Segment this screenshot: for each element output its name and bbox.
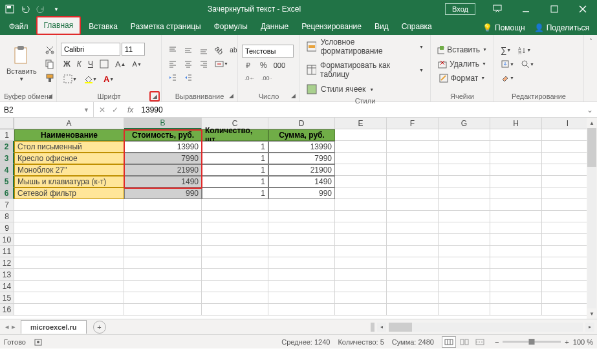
cell-B15[interactable] xyxy=(124,292,202,304)
share-button[interactable]: 👤Поделиться xyxy=(530,21,593,35)
cell-G10[interactable] xyxy=(439,234,490,246)
row-header-7[interactable]: 7 xyxy=(0,199,14,211)
merge-button[interactable]: ▼ xyxy=(212,58,231,70)
cell-D11[interactable] xyxy=(268,246,335,257)
italic-button[interactable]: К xyxy=(74,58,84,70)
cell-F1[interactable] xyxy=(387,129,439,141)
col-header-E[interactable]: E xyxy=(335,118,387,129)
font-name-input[interactable] xyxy=(61,43,120,56)
tab-insert[interactable]: Вставка xyxy=(82,19,124,35)
align-bottom-button[interactable] xyxy=(197,45,211,56)
cell-F12[interactable] xyxy=(387,257,439,269)
cell-B14[interactable] xyxy=(124,281,202,292)
v-scrollbar-thumb[interactable] xyxy=(587,128,596,167)
cancel-formula-icon[interactable]: ✕ xyxy=(99,105,105,114)
cell-D8[interactable] xyxy=(268,211,335,222)
cell-C1[interactable]: Количество, шт. xyxy=(202,129,268,141)
number-format-select[interactable] xyxy=(242,45,294,58)
enter-formula-icon[interactable]: ✓ xyxy=(112,105,118,114)
cell-F2[interactable] xyxy=(387,141,439,153)
cell-C10[interactable] xyxy=(202,234,268,246)
row-header-5[interactable]: 5 xyxy=(0,176,14,187)
cell-H10[interactable] xyxy=(490,234,542,246)
cell-I6[interactable] xyxy=(542,187,594,199)
cell-C4[interactable]: 1 xyxy=(202,164,268,176)
cell-H1[interactable] xyxy=(490,129,542,141)
scroll-up-button[interactable]: ▲ xyxy=(587,118,597,128)
tell-me-button[interactable]: 💡Помощн xyxy=(479,21,529,35)
cell-F4[interactable] xyxy=(387,164,439,176)
cell-H8[interactable] xyxy=(490,211,542,222)
cell-E14[interactable] xyxy=(335,281,387,292)
col-header-B[interactable]: B xyxy=(124,118,202,129)
minimize-icon[interactable] xyxy=(512,0,540,18)
cell-D12[interactable] xyxy=(268,257,335,269)
tab-view[interactable]: Вид xyxy=(368,19,395,35)
font-size-input[interactable] xyxy=(122,43,145,56)
copy-button[interactable] xyxy=(42,58,58,70)
cell-A4[interactable]: Моноблок 27" xyxy=(14,164,124,176)
find-button[interactable]: ▼ xyxy=(518,58,537,70)
cell-D15[interactable] xyxy=(268,292,335,304)
col-header-H[interactable]: H xyxy=(490,118,542,129)
cell-G12[interactable] xyxy=(439,257,490,269)
align-right-button[interactable] xyxy=(197,58,211,70)
cell-G13[interactable] xyxy=(439,269,490,281)
view-page-break-button[interactable] xyxy=(473,336,487,348)
cell-I2[interactable] xyxy=(542,141,594,153)
tab-review[interactable]: Рецензирование xyxy=(295,19,368,35)
collapse-ribbon-icon[interactable]: ˄ xyxy=(589,37,592,45)
cell-H4[interactable] xyxy=(490,164,542,176)
cell-C14[interactable] xyxy=(202,281,268,292)
cell-I3[interactable] xyxy=(542,153,594,164)
cell-A7[interactable] xyxy=(14,199,124,211)
row-header-4[interactable]: 4 xyxy=(0,164,14,176)
cell-E15[interactable] xyxy=(335,292,387,304)
insert-cells-button[interactable]: Вставить▼ xyxy=(435,44,490,56)
cell-D7[interactable] xyxy=(268,199,335,211)
row-header-6[interactable]: 6 xyxy=(0,187,14,199)
col-header-F[interactable]: F xyxy=(387,118,439,129)
v-scrollbar-track[interactable] xyxy=(587,128,596,308)
cell-A14[interactable] xyxy=(14,281,124,292)
close-icon[interactable] xyxy=(569,0,597,18)
cell-F7[interactable] xyxy=(387,199,439,211)
insert-function-button[interactable]: fx xyxy=(124,105,137,114)
tab-data[interactable]: Данные xyxy=(254,19,295,35)
cell-A10[interactable] xyxy=(14,234,124,246)
cell-I15[interactable] xyxy=(542,292,594,304)
cell-H11[interactable] xyxy=(490,246,542,257)
cell-C2[interactable]: 1 xyxy=(202,141,268,153)
row-header-8[interactable]: 8 xyxy=(0,211,14,222)
accounting-button[interactable]: ₽ xyxy=(242,59,256,71)
cell-G4[interactable] xyxy=(439,164,490,176)
cell-E13[interactable] xyxy=(335,269,387,281)
sort-button[interactable]: AЯ▼ xyxy=(515,45,534,56)
name-box-input[interactable] xyxy=(4,105,83,114)
cell-I13[interactable] xyxy=(542,269,594,281)
cell-E5[interactable] xyxy=(335,176,387,187)
cell-F8[interactable] xyxy=(387,211,439,222)
cell-E7[interactable] xyxy=(335,199,387,211)
cell-B16[interactable] xyxy=(124,304,202,316)
cell-C9[interactable] xyxy=(202,222,268,234)
cell-G7[interactable] xyxy=(439,199,490,211)
cell-C12[interactable] xyxy=(202,257,268,269)
grow-font-button[interactable]: A▲ xyxy=(113,58,129,70)
cell-B4[interactable]: 21990 xyxy=(124,164,202,176)
percent-button[interactable]: % xyxy=(257,59,270,71)
bold-button[interactable]: Ж xyxy=(61,58,73,70)
cell-I8[interactable] xyxy=(542,211,594,222)
row-header-10[interactable]: 10 xyxy=(0,234,14,246)
cell-B1[interactable]: Стоимость, руб. xyxy=(124,129,202,141)
cell-G8[interactable] xyxy=(439,211,490,222)
name-box-dropdown[interactable]: ▼ xyxy=(83,107,89,113)
cell-A3[interactable]: Кресло офисное xyxy=(14,153,124,164)
cell-styles-button[interactable]: Стили ячеек▼ xyxy=(304,83,426,96)
cell-H5[interactable] xyxy=(490,176,542,187)
cell-H6[interactable] xyxy=(490,187,542,199)
comma-button[interactable]: 000 xyxy=(271,60,288,70)
cell-H2[interactable] xyxy=(490,141,542,153)
zoom-out-button[interactable]: − xyxy=(495,338,499,346)
cell-B13[interactable] xyxy=(124,269,202,281)
